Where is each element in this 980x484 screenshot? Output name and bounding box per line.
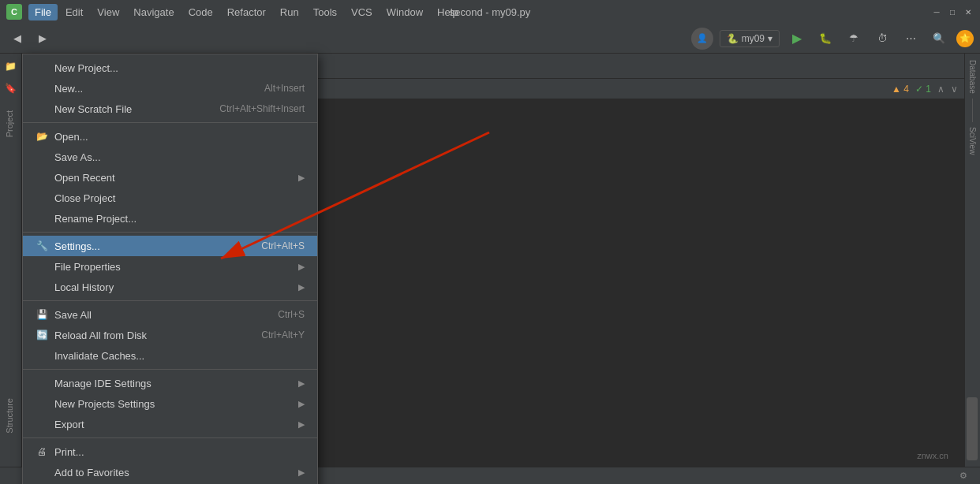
menu-view[interactable]: View	[91, 4, 125, 20]
bookmark-icon[interactable]: 🔖	[2, 79, 21, 98]
new-projects-settings-arrow: ▶	[298, 399, 305, 409]
reload-disk-label: Reload All from Disk	[54, 329, 147, 341]
local-history-arrow: ▶	[298, 282, 305, 292]
save-all-label: Save All	[54, 309, 92, 321]
manage-ide-arrow: ▶	[298, 378, 305, 389]
menu-new-project[interactable]: New Project...	[23, 58, 317, 78]
print-icon: 🖨	[36, 445, 48, 458]
coverage-button[interactable]: ☂	[843, 28, 865, 50]
menu-save-as[interactable]: Save As...	[23, 147, 317, 167]
run-config-dropdown[interactable]: 🐍 my09 ▾	[720, 30, 780, 47]
maximize-button[interactable]: □	[947, 6, 958, 17]
print-label: Print...	[54, 446, 84, 458]
new-icon	[36, 82, 48, 95]
project-panel-icon[interactable]: 📁	[2, 57, 21, 76]
settings-label: Settings...	[54, 240, 100, 252]
menu-window[interactable]: Window	[380, 4, 429, 20]
menu-new-scratch[interactable]: New Scratch File Ctrl+Alt+Shift+Insert	[23, 99, 317, 119]
separator-2	[23, 232, 317, 233]
settings-shortcut: Ctrl+Alt+S	[261, 240, 305, 251]
project-panel-label: Project	[0, 107, 19, 140]
save-all-icon: 💾	[36, 308, 48, 321]
menu-tools[interactable]: Tools	[307, 4, 343, 20]
export-icon	[36, 418, 48, 430]
separator-1	[23, 122, 317, 123]
reload-disk-icon: 🔄	[36, 329, 48, 341]
menu-open[interactable]: 📂 Open...	[23, 126, 317, 147]
run-config-label: my09	[742, 33, 765, 44]
file-properties-label: File Properties	[54, 261, 121, 273]
win-controls: ─ □ ✕	[931, 6, 974, 17]
gear-icon[interactable]: ⚙	[959, 471, 967, 481]
save-as-icon	[36, 151, 48, 163]
menu-settings[interactable]: 🔧 Settings... Ctrl+Alt+S	[23, 236, 317, 256]
export-arrow: ▶	[298, 419, 305, 430]
nav-up-button[interactable]: ∧	[937, 84, 944, 95]
new-shortcut: Alt+Insert	[264, 83, 305, 94]
menu-close-project[interactable]: Close Project	[23, 188, 317, 208]
open-recent-icon	[36, 171, 48, 184]
add-favorites-arrow: ▶	[298, 467, 305, 478]
rename-project-label: Rename Project...	[54, 213, 137, 225]
new-projects-settings-icon	[36, 397, 48, 410]
open-label: Open...	[54, 131, 88, 143]
invalidate-caches-icon	[36, 349, 48, 362]
menu-add-favorites[interactable]: Add to Favorites ▶	[23, 462, 317, 482]
nav-down-button[interactable]: ∨	[951, 84, 958, 95]
menu-export[interactable]: Export ▶	[23, 414, 317, 434]
close-button[interactable]: ✕	[963, 6, 974, 17]
menu-vcs[interactable]: VCS	[345, 4, 379, 20]
new-project-icon	[36, 61, 48, 74]
title-bar-left: C File Edit View Navigate Code Refactor …	[6, 4, 465, 20]
toolbar-back[interactable]: ◀	[6, 28, 28, 50]
manage-ide-label: Manage IDE Settings	[54, 378, 151, 389]
separator-4	[23, 369, 317, 370]
menu-local-history[interactable]: Local History ▶	[23, 277, 317, 297]
profile-button[interactable]: ⏱	[871, 28, 893, 50]
more-button[interactable]: ⋯	[900, 28, 922, 50]
menu-print[interactable]: 🖨 Print...	[23, 441, 317, 462]
menu-code[interactable]: Code	[182, 4, 219, 20]
scrollbar[interactable]	[967, 397, 978, 460]
reload-disk-shortcut: Ctrl+Alt+Y	[261, 329, 305, 341]
menu-manage-ide[interactable]: Manage IDE Settings ▶	[23, 373, 317, 393]
minimize-button[interactable]: ─	[931, 6, 942, 17]
structure-panel-label: Structure	[0, 395, 19, 437]
menu-new-projects-settings[interactable]: New Projects Settings ▶	[23, 393, 317, 414]
avatar-button[interactable]: 👤	[691, 28, 713, 50]
right-sidebar: Database SciView	[964, 54, 980, 484]
notifications-button[interactable]: ⭐	[956, 30, 974, 47]
menu-navigate[interactable]: Navigate	[127, 4, 180, 20]
close-project-label: Close Project	[54, 192, 115, 204]
menu-rename-project[interactable]: Rename Project...	[23, 208, 317, 229]
menu-refactor[interactable]: Refactor	[221, 4, 272, 20]
menu-open-recent[interactable]: Open Recent ▶	[23, 167, 317, 188]
checks-indicator: ✓ 1	[915, 84, 931, 95]
settings-icon: 🔧	[36, 240, 48, 252]
debug-button[interactable]: 🐛	[814, 28, 836, 50]
sciview-panel-label[interactable]: SciView	[968, 127, 977, 155]
database-panel-label[interactable]: Database	[968, 60, 977, 94]
menu-file-properties[interactable]: File Properties ▶	[23, 256, 317, 277]
run-icon: 🐍	[727, 33, 739, 44]
menu-bar: File Edit View Navigate Code Refactor Ru…	[28, 4, 465, 20]
new-scratch-shortcut: Ctrl+Alt+Shift+Insert	[219, 103, 305, 114]
search-button[interactable]: 🔍	[928, 28, 950, 50]
save-all-shortcut: Ctrl+S	[278, 309, 305, 320]
run-button[interactable]: ▶	[786, 28, 808, 50]
title-bar: C File Edit View Navigate Code Refactor …	[0, 0, 980, 24]
manage-ide-icon	[36, 377, 48, 389]
menu-edit[interactable]: Edit	[59, 4, 89, 20]
open-icon: 📂	[36, 130, 48, 143]
menu-invalidate-caches[interactable]: Invalidate Caches...	[23, 345, 317, 366]
menu-run[interactable]: Run	[274, 4, 305, 20]
menu-save-all[interactable]: 💾 Save All Ctrl+S	[23, 304, 317, 325]
invalidate-caches-label: Invalidate Caches...	[54, 350, 144, 362]
menu-file[interactable]: File	[28, 4, 58, 20]
menu-reload-disk[interactable]: 🔄 Reload All from Disk Ctrl+Alt+Y	[23, 325, 317, 345]
toolbar-forward[interactable]: ▶	[32, 28, 54, 50]
new-project-label: New Project...	[54, 62, 118, 74]
add-favorites-icon	[36, 466, 48, 478]
menu-new[interactable]: New... Alt+Insert	[23, 78, 317, 99]
new-scratch-label: New Scratch File	[54, 103, 132, 115]
